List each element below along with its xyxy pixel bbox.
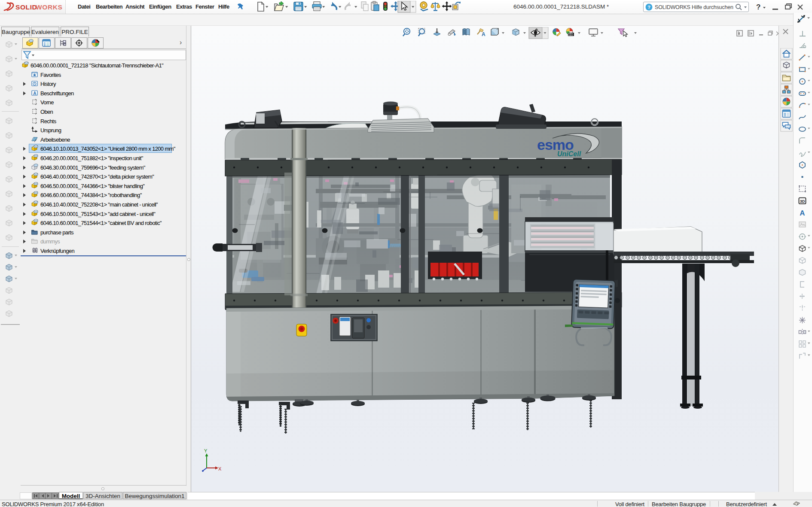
svg-text:3D: 3D	[800, 199, 805, 203]
svg-text:SOLID: SOLID	[15, 3, 37, 11]
svg-text:?: ?	[647, 5, 650, 10]
svg-text:Y: Y	[204, 448, 208, 453]
svg-text:A: A	[33, 91, 36, 95]
svg-text:UniCell: UniCell	[557, 150, 581, 158]
svg-text:X: X	[218, 466, 222, 471]
svg-text:?: ?	[756, 3, 760, 11]
svg-text:A: A	[800, 209, 805, 217]
svg-text:WORKS: WORKS	[36, 3, 62, 11]
svg-text:A: A	[482, 31, 485, 37]
